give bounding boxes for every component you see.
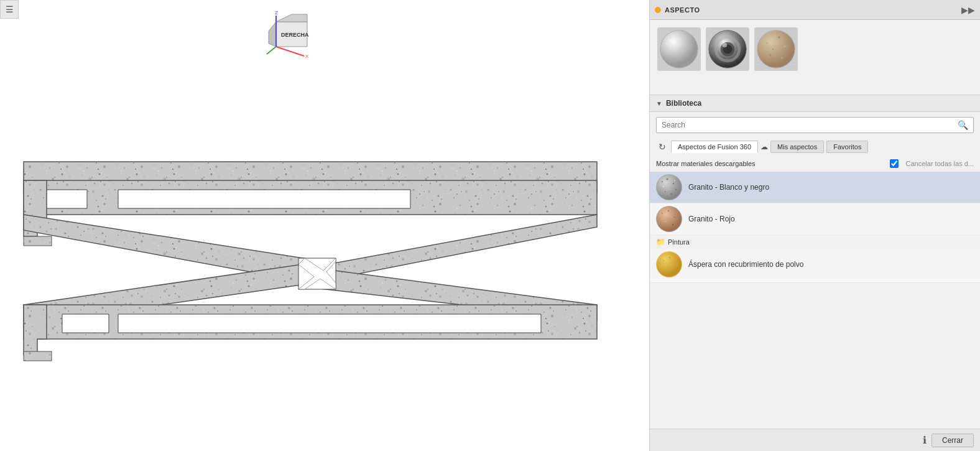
cloud-icon: ☁ bbox=[760, 142, 768, 151]
svg-point-67 bbox=[657, 207, 682, 231]
status-dot bbox=[655, 7, 661, 13]
svg-line-37 bbox=[267, 47, 276, 54]
svg-point-57 bbox=[662, 181, 663, 182]
refresh-button[interactable]: ↻ bbox=[656, 141, 668, 153]
svg-point-54 bbox=[772, 49, 774, 50]
svg-point-68 bbox=[662, 213, 663, 214]
toolbar-strip[interactable]: ☰ bbox=[0, 0, 19, 19]
right-panel: ASPECTO ▶▶ bbox=[649, 0, 980, 451]
downloadable-checkbox[interactable] bbox=[890, 159, 899, 168]
material-preview-3[interactable] bbox=[754, 27, 798, 71]
search-icon[interactable]: 🔍 bbox=[953, 118, 973, 133]
svg-point-56 bbox=[657, 175, 682, 200]
material-preview-area bbox=[650, 20, 980, 95]
svg-point-74 bbox=[657, 252, 682, 277]
svg-point-46 bbox=[723, 43, 728, 48]
svg-point-76 bbox=[669, 257, 670, 258]
tab-favorites[interactable]: Favoritos bbox=[826, 141, 868, 153]
svg-text:DERECHA: DERECHA bbox=[281, 32, 309, 38]
svg-point-61 bbox=[665, 191, 666, 192]
expand-button[interactable]: ▶▶ bbox=[961, 5, 975, 15]
category-label-pintura: Pintura bbox=[668, 238, 690, 246]
svg-line-35 bbox=[276, 47, 304, 56]
search-input[interactable] bbox=[657, 118, 953, 132]
folder-icon: 📁 bbox=[656, 238, 665, 246]
material-item-aspera[interactable]: Áspera con recubrimiento de polvo bbox=[650, 249, 980, 283]
library-section: ▼ Biblioteca 🔍 ↻ Aspectos de Fusion 360 … bbox=[650, 95, 980, 429]
svg-point-53 bbox=[781, 57, 784, 59]
svg-point-48 bbox=[757, 30, 795, 68]
svg-point-71 bbox=[665, 221, 666, 222]
svg-point-52 bbox=[769, 54, 771, 56]
svg-point-58 bbox=[667, 179, 668, 180]
3d-model-svg bbox=[0, 0, 649, 451]
svg-rect-30 bbox=[24, 236, 52, 246]
info-icon[interactable]: ℹ bbox=[923, 434, 927, 446]
material-name-granito-bn: Granito - Blanco y negro bbox=[688, 183, 769, 192]
svg-point-50 bbox=[778, 37, 780, 39]
svg-marker-33 bbox=[276, 14, 307, 22]
menu-icon[interactable]: ☰ bbox=[6, 4, 14, 14]
material-thumb-aspera bbox=[656, 251, 682, 277]
svg-point-77 bbox=[674, 263, 675, 264]
material-name-aspera: Áspera con recubrimiento de polvo bbox=[688, 260, 803, 269]
svg-point-63 bbox=[663, 186, 664, 187]
model-canvas bbox=[0, 0, 649, 451]
svg-point-51 bbox=[784, 45, 786, 47]
category-pintura[interactable]: 📁 Pintura bbox=[650, 235, 980, 249]
svg-rect-31 bbox=[24, 351, 52, 361]
svg-point-70 bbox=[674, 216, 675, 218]
downloadable-label: Mostrar materiales descargables bbox=[656, 160, 890, 167]
search-bar: 🔍 bbox=[656, 117, 974, 133]
panel-header: ASPECTO ▶▶ bbox=[650, 0, 980, 20]
svg-point-60 bbox=[675, 189, 677, 190]
downloadable-row: Mostrar materiales descargables Cancelar… bbox=[650, 156, 980, 172]
svg-point-62 bbox=[671, 193, 672, 195]
svg-point-64 bbox=[669, 185, 670, 186]
material-thumb-granito-bn bbox=[656, 174, 682, 200]
svg-marker-34 bbox=[269, 22, 276, 47]
tab-my-aspects[interactable]: Mis aspectos bbox=[770, 141, 824, 153]
svg-point-75 bbox=[663, 260, 664, 261]
svg-point-65 bbox=[674, 180, 675, 181]
material-preview-1[interactable] bbox=[657, 27, 701, 71]
material-preview-2[interactable] bbox=[706, 27, 749, 71]
material-name-granito-rojo: Granito - Rojo bbox=[688, 215, 735, 223]
library-header[interactable]: ▼ Biblioteca bbox=[650, 95, 980, 112]
3d-viewport[interactable]: ☰ X Z DERECHA bbox=[0, 0, 649, 451]
material-thumb-granito-rojo bbox=[656, 206, 682, 232]
svg-point-59 bbox=[673, 183, 674, 184]
cancel-link[interactable]: Cancelar todas las d... bbox=[906, 160, 974, 167]
material-item-granito-bn[interactable]: Granito - Blanco y negro bbox=[650, 172, 980, 203]
panel-title: ASPECTO bbox=[665, 6, 961, 14]
svg-point-49 bbox=[766, 42, 769, 45]
svg-point-69 bbox=[668, 210, 669, 212]
close-button[interactable]: Cerrar bbox=[931, 434, 974, 447]
orientation-cube[interactable]: X Z DERECHA bbox=[264, 9, 313, 59]
svg-point-72 bbox=[672, 224, 673, 225]
material-list: Granito - Blanco y negro bbox=[650, 172, 980, 429]
svg-text:Z: Z bbox=[275, 10, 278, 16]
panel-footer: ℹ Cerrar bbox=[650, 429, 980, 451]
tab-fusion-aspects[interactable]: Aspectos de Fusion 360 bbox=[671, 141, 758, 153]
svg-point-41 bbox=[660, 30, 698, 68]
material-item-granito-rojo[interactable]: Granito - Rojo bbox=[650, 203, 980, 235]
tab-row: ↻ Aspectos de Fusion 360 ☁ Mis aspectos … bbox=[650, 138, 980, 156]
svg-text:X: X bbox=[305, 53, 309, 59]
library-label: Biblioteca bbox=[666, 99, 701, 108]
collapse-triangle: ▼ bbox=[656, 100, 662, 107]
